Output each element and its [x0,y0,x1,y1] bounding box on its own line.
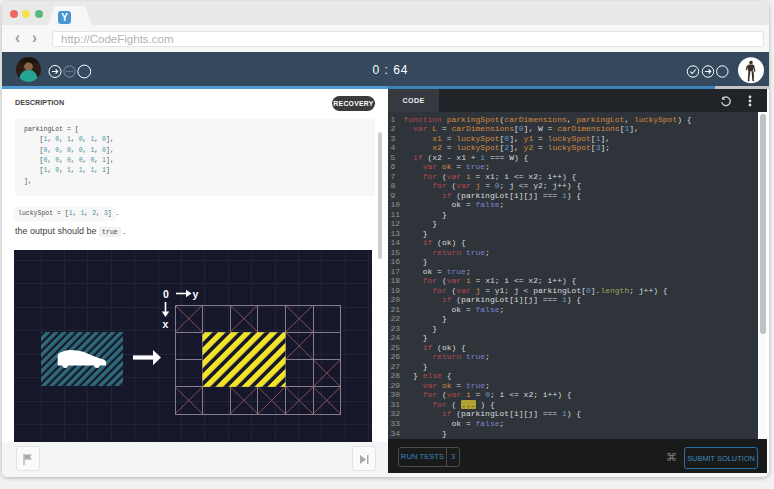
svg-text:x: x [163,318,169,330]
svg-text:y: y [193,288,199,300]
svg-text:0: 0 [163,288,169,300]
